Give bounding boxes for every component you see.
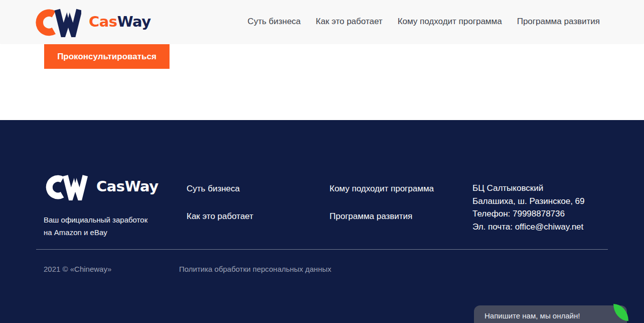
footer-link-development-program[interactable]: Программа развития (330, 211, 412, 222)
contact-email: Эл. почта: office@chiway.net (472, 221, 600, 234)
footer-logo[interactable]: CasWay (44, 172, 172, 200)
footer-nav-column-2: Кому подходит программа Программа развит… (322, 172, 465, 249)
footer-link-who-fits[interactable]: Кому подходит программа (330, 184, 434, 194)
nav-item-how-it-works[interactable]: Как это работает (316, 17, 383, 27)
site-footer: CasWay Ваш официальный заработокна Amazo… (0, 120, 644, 323)
contact-phone: Телефон: 79998878736 (472, 207, 600, 221)
nav-item-who-fits[interactable]: Кому подходит программа (398, 17, 502, 27)
cw-logo-icon (35, 6, 81, 37)
copyright-text: 2021 © «Chineway» (36, 265, 179, 273)
footer-contacts: БЦ Салтыковский Балашиха, ш. Разинское, … (465, 172, 608, 249)
site-header: CasWay Суть бизнеса Как это работает Ком… (0, 0, 644, 43)
footer-link-how-it-works[interactable]: Как это работает (187, 211, 253, 222)
cw-logo-icon-footer (44, 172, 89, 200)
contact-address: Балашиха, ш. Разинское, 69 (472, 195, 600, 208)
consult-button[interactable]: Проконсультироваться (44, 44, 170, 69)
footer-divider (36, 249, 608, 250)
nav-item-business-essence[interactable]: Суть бизнеса (248, 17, 301, 27)
contact-building: БЦ Салтыковский (472, 182, 600, 195)
footer-link-business-essence[interactable]: Суть бизнеса (187, 184, 240, 194)
nav-item-development-program[interactable]: Программа развития (517, 17, 600, 27)
footer-logo-wordmark: CasWay (96, 178, 158, 195)
privacy-policy-link[interactable]: Политика обработки персональных данных (179, 265, 331, 273)
footer-nav-column-1: Суть бизнеса Как это работает (179, 172, 322, 249)
logo-wordmark: CasWay (89, 13, 151, 30)
chat-message: Напишите нам, мы онлайн! (474, 305, 627, 320)
header-nav: Суть бизнеса Как это работает Кому подхо… (248, 17, 600, 27)
hero-bottom-section: Проконсультироваться (0, 44, 644, 120)
header-logo[interactable]: CasWay (35, 6, 151, 37)
footer-tagline: Ваш официальный заработокна Amazon и eBa… (44, 213, 172, 239)
footer-brand-column: CasWay Ваш официальный заработокна Amazo… (36, 172, 179, 249)
chat-widget[interactable]: Напишите нам, мы онлайн! (474, 305, 627, 323)
